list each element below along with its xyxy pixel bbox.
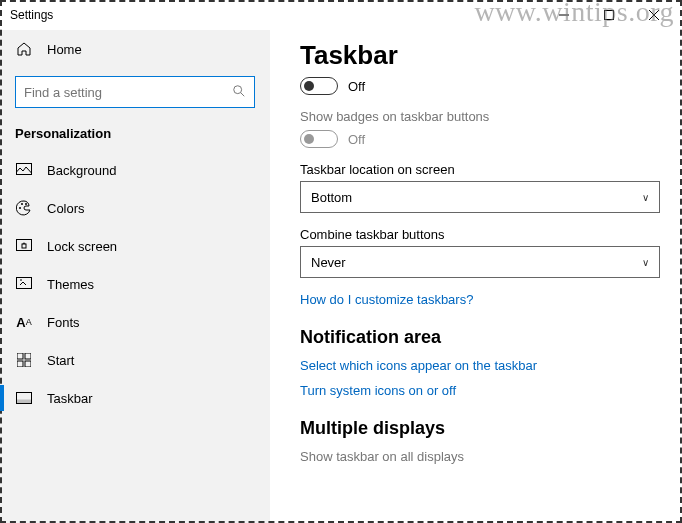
toggle-label: Off (348, 79, 365, 94)
maximize-button[interactable] (586, 0, 631, 30)
sidebar-item-taskbar[interactable]: Taskbar (0, 379, 270, 417)
taskbar-icon (15, 392, 33, 404)
badges-label: Show badges on taskbar buttons (300, 109, 652, 124)
location-label: Taskbar location on screen (300, 162, 652, 177)
content-pane: Taskbar Off Show badges on taskbar butto… (270, 30, 682, 523)
notification-heading: Notification area (300, 327, 652, 348)
chevron-down-icon: ∨ (642, 257, 649, 268)
page-title: Taskbar (300, 40, 652, 71)
dropdown-value: Never (311, 255, 346, 270)
minimize-button[interactable] (541, 0, 586, 30)
close-button[interactable] (631, 0, 676, 30)
location-dropdown[interactable]: Bottom ∨ (300, 181, 660, 213)
toggle-badges[interactable]: Off (300, 130, 652, 148)
combine-label: Combine taskbar buttons (300, 227, 652, 242)
system-icons-link[interactable]: Turn system icons on or off (300, 383, 652, 398)
select-icons-link[interactable]: Select which icons appear on the taskbar (300, 358, 652, 373)
sidebar-item-label: Taskbar (47, 391, 93, 406)
window-title: Settings (10, 8, 53, 22)
multi-label: Show taskbar on all displays (300, 449, 652, 464)
chevron-down-icon: ∨ (642, 192, 649, 203)
toggle-label: Off (348, 132, 365, 147)
title-bar: Settings (0, 0, 682, 30)
svg-rect-19 (17, 400, 32, 404)
svg-rect-1 (604, 11, 613, 20)
multiple-displays-heading: Multiple displays (300, 418, 652, 439)
dropdown-value: Bottom (311, 190, 352, 205)
toggle-unknown[interactable]: Off (300, 77, 652, 95)
customize-link[interactable]: How do I customize taskbars? (300, 292, 652, 307)
combine-dropdown[interactable]: Never ∨ (300, 246, 660, 278)
